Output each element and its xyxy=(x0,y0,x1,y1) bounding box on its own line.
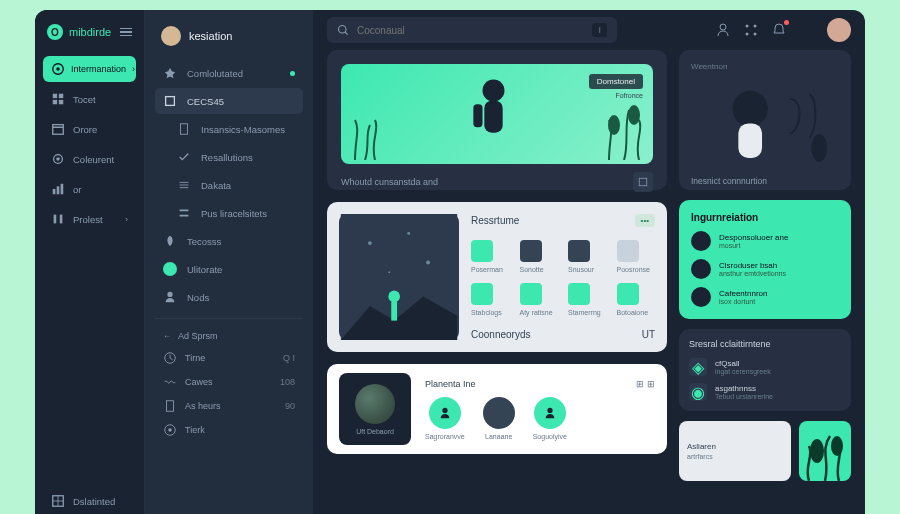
info-row[interactable]: Desponsoluoer anemosurt xyxy=(691,231,839,251)
status-dot xyxy=(290,71,295,76)
nav-active-label: Intermanation xyxy=(71,64,126,74)
brand-mark: O xyxy=(47,24,63,40)
svg-rect-39 xyxy=(473,104,482,127)
wave-icon xyxy=(163,375,177,389)
resources-badge: ••• xyxy=(635,214,655,227)
planet-title: Planenta Ine xyxy=(425,379,476,389)
svg-point-9 xyxy=(56,157,60,161)
svg-point-29 xyxy=(168,428,172,432)
stat-row-hours[interactable]: As heurs 90 xyxy=(155,395,303,417)
nav-icon-1[interactable] xyxy=(715,22,731,38)
svg-point-41 xyxy=(628,105,640,125)
tile[interactable]: Sonotte xyxy=(520,240,559,273)
menu-toggle-icon[interactable] xyxy=(120,28,132,37)
tree-item-cecs45[interactable]: CECS45 xyxy=(155,88,303,114)
avatar-item[interactable]: Soguolyive xyxy=(533,397,567,440)
hero-tag: Domstonel xyxy=(589,74,643,89)
tree-item-comlolutated[interactable]: Comlolutated xyxy=(155,60,303,86)
tile[interactable]: Snusour xyxy=(568,240,607,273)
planet-card: Uft Debaord Planenta Ine ⊞ ⊞ Sagroranvve… xyxy=(327,364,667,454)
nav-label: Coleurent xyxy=(73,154,114,165)
resource-tiles: Poserman Sonotte Snusour Poosronse Stabc… xyxy=(471,240,655,316)
tree-item-resallutions[interactable]: Resallutions xyxy=(155,144,303,170)
tree-item-ulitorate[interactable]: Ulitorate xyxy=(155,256,303,282)
info-title: Ingurnreiation xyxy=(691,212,839,223)
stat-row-time[interactable]: Tirne Q I xyxy=(155,347,303,369)
link-row[interactable]: ◉asgathnnssTebud ursianrerine xyxy=(689,383,841,401)
calendar-icon xyxy=(51,122,65,136)
search-icon xyxy=(337,24,349,36)
nav-active-pill[interactable]: Intermanation › xyxy=(43,56,136,82)
tile[interactable]: Poosronse xyxy=(617,240,656,273)
svg-rect-49 xyxy=(391,301,397,320)
svg-rect-18 xyxy=(166,97,175,106)
apps-icon[interactable] xyxy=(743,22,759,38)
svg-point-44 xyxy=(368,241,372,245)
tree-item-dakata[interactable]: Dakata xyxy=(155,172,303,198)
stat-row-cawes[interactable]: Cawes 108 xyxy=(155,371,303,393)
tree-item-insansics[interactable]: Insansics-Masomes xyxy=(155,116,303,142)
nav-item-orore[interactable]: Orore xyxy=(43,116,136,142)
moon-icon[interactable] xyxy=(799,22,815,38)
nav-item-prolest[interactable]: Prolest › xyxy=(43,206,136,232)
planet-illustration: Uft Debaord xyxy=(339,373,411,445)
hero-footer-text: Whoutd cunsanstda and xyxy=(341,177,438,187)
tree-item-tecosss[interactable]: Tecosss xyxy=(155,228,303,254)
gear-icon xyxy=(51,152,65,166)
search-input[interactable] xyxy=(357,25,584,36)
stat-label: As heurs xyxy=(185,401,221,411)
svg-rect-27 xyxy=(167,401,174,412)
svg-point-36 xyxy=(754,33,757,36)
hero-expand-button[interactable] xyxy=(633,172,653,192)
user-header[interactable]: kesiation xyxy=(155,22,303,50)
resources-footer-left: Coonneoryds xyxy=(471,329,530,340)
search-field[interactable]: I xyxy=(327,17,617,43)
circle-icon xyxy=(163,262,177,276)
planet-actions[interactable]: ⊞ ⊞ xyxy=(636,379,655,389)
stat-label: Tierk xyxy=(185,425,205,435)
grid-icon xyxy=(51,92,65,106)
resources-card: Ressrtume ••• Poserman Sonotte Snusour P… xyxy=(327,202,667,352)
tile[interactable]: Poserman xyxy=(471,240,510,273)
tile[interactable]: Stamerrng xyxy=(568,283,607,316)
mini-card-a[interactable]: Asliaren artrfarcs xyxy=(679,421,791,481)
tile[interactable]: Stabclogs xyxy=(471,283,510,316)
info-row[interactable]: Clsroduser bsahansthur emtdvetionns xyxy=(691,259,839,279)
svg-rect-11 xyxy=(57,186,60,194)
link-row[interactable]: ◈cfQsallingat cerensgreek xyxy=(689,358,841,376)
svg-point-30 xyxy=(339,26,347,34)
chevron-right-icon: › xyxy=(132,64,135,74)
svg-point-35 xyxy=(746,33,749,36)
menu-icon xyxy=(177,206,191,220)
avatar-item[interactable]: Sagroranvve xyxy=(425,397,465,440)
section-header: ← Ad Sprsm xyxy=(155,327,303,345)
tile[interactable]: Aty ratisne xyxy=(520,283,559,316)
link-icon: ◈ xyxy=(689,358,707,376)
mini-card-b[interactable] xyxy=(799,421,851,481)
search-shortcut: I xyxy=(592,23,607,37)
tree-item-nods[interactable]: Nods xyxy=(155,284,303,310)
svg-rect-14 xyxy=(60,215,63,224)
svg-point-40 xyxy=(608,115,620,135)
svg-rect-38 xyxy=(484,101,502,133)
resources-footer-right: UT xyxy=(642,329,655,340)
links-card: Sresral cclaittirntene ◈cfQsallingat cer… xyxy=(679,329,851,411)
nav-item-tocet[interactable]: Tocet xyxy=(43,86,136,112)
info-row[interactable]: Cafeentnnronlsox dortunt xyxy=(691,287,839,307)
stat-row-tierk[interactable]: Tierk xyxy=(155,419,303,441)
svg-point-37 xyxy=(482,80,504,102)
brand-logo[interactable]: O mibdirde xyxy=(43,20,136,44)
stat-value: Q I xyxy=(283,353,295,363)
avatar-item[interactable]: Lanaane xyxy=(483,397,515,440)
tile[interactable]: Botoaione xyxy=(617,283,656,316)
tree-item-pus[interactable]: Pus liracelsitets xyxy=(155,200,303,226)
nav-item-coleurent[interactable]: Coleurent xyxy=(43,146,136,172)
divider xyxy=(155,318,303,319)
svg-rect-42 xyxy=(639,178,647,186)
nav-item-or[interactable]: or xyxy=(43,176,136,202)
svg-rect-6 xyxy=(53,125,64,135)
bell-icon[interactable] xyxy=(771,22,787,38)
nav-item-dslatinted[interactable]: Dslatinted xyxy=(43,488,136,514)
svg-point-45 xyxy=(407,232,410,235)
profile-avatar[interactable] xyxy=(827,18,851,42)
